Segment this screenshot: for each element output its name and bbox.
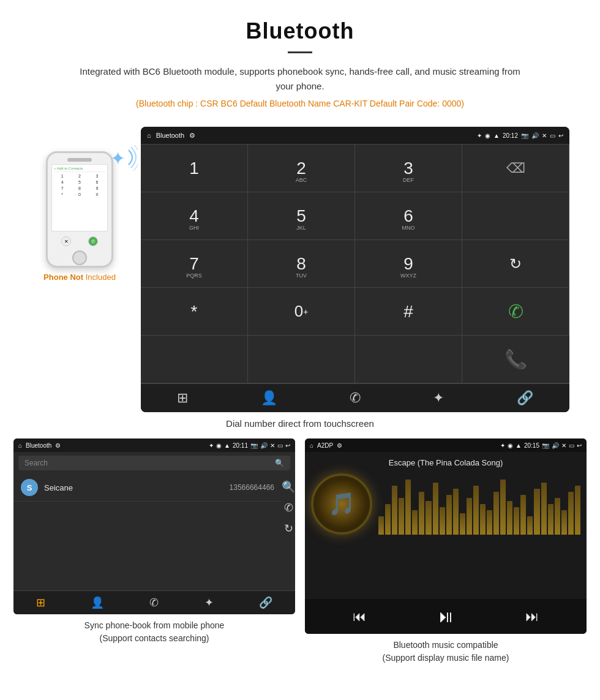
- eq-bar: [473, 486, 479, 535]
- pb-search-icon: 🔍: [275, 459, 284, 467]
- music-sig-icon: ▲: [516, 442, 522, 449]
- end-call-button[interactable]: 📞: [462, 336, 569, 383]
- time-display: 20:12: [503, 132, 518, 139]
- eq-bar: [507, 501, 512, 535]
- pb-bt-icon: ✦: [209, 442, 214, 449]
- music-scr-icon: ▭: [569, 442, 574, 449]
- page-header: Bluetooth Integrated with BC6 Bluetooth …: [0, 0, 600, 127]
- key-9[interactable]: 9WXYZ: [355, 240, 462, 288]
- nav-contacts-icon[interactable]: 👤: [261, 390, 277, 406]
- prev-button[interactable]: ⏮: [353, 609, 366, 625]
- pb-status-right: ✦ ◉ ▲ 20:11 📷 🔊 ✕ ▭ ↩: [209, 442, 290, 449]
- key-7[interactable]: 7PQRS: [141, 240, 248, 288]
- nav-recents-icon[interactable]: ✆: [350, 390, 361, 406]
- pb-nav-contacts[interactable]: 👤: [91, 596, 104, 609]
- phonebook-card: ⌂ Bluetooth ⚙ ✦ ◉ ▲ 20:11 📷 🔊 ✕ ▭ ↩: [13, 438, 295, 664]
- music-caption: Bluetooth music compatible (Support disp…: [383, 639, 509, 664]
- empty-cell-4: [355, 336, 462, 383]
- title-divider: [288, 51, 312, 53]
- status-icons: ✦ ◉ ▲ 20:12 📷 🔊 ✕ ▭ ↩: [477, 132, 563, 139]
- eq-bar: [487, 510, 492, 535]
- bluetooth-status-icon: ✦: [477, 132, 482, 139]
- pb-right-search-icon[interactable]: 🔍: [282, 476, 295, 497]
- backspace-key[interactable]: ⌫: [462, 145, 569, 192]
- home-icon: ⌂: [147, 132, 151, 139]
- music-note-icon: 🎵: [328, 491, 356, 517]
- key-8[interactable]: 8TUV: [248, 240, 355, 288]
- music-status-bar: ⌂ A2DP ⚙ ✦ ◉ ▲ 20:15 📷 🔊 ✕ ▭ ↩: [305, 438, 587, 452]
- pb-nav-link[interactable]: 🔗: [259, 596, 272, 609]
- eq-bar: [527, 516, 533, 535]
- pb-loc-icon: ◉: [216, 442, 222, 449]
- pb-back-icon: ↩: [285, 442, 290, 449]
- eq-bar: [446, 495, 452, 535]
- pb-right-icons: 🔍 ✆ ↻: [282, 474, 295, 541]
- music-x-icon: ✕: [561, 442, 566, 449]
- phone-container: + Add to Contacts 123 456 789 *0# ✕ ✆: [31, 127, 129, 282]
- eq-bar: [405, 480, 411, 535]
- pb-x-icon: ✕: [270, 442, 275, 449]
- pb-nav-bt[interactable]: ✦: [204, 596, 214, 609]
- eq-bar: [561, 510, 567, 535]
- play-pause-button[interactable]: ⏯: [437, 606, 454, 627]
- key-star[interactable]: *: [141, 288, 248, 336]
- music-label: A2DP: [317, 442, 333, 449]
- next-button[interactable]: ⏭: [525, 609, 539, 625]
- pb-bottom-nav: ⊞ 👤 ✆ ✦ 🔗: [13, 590, 295, 614]
- refresh-key[interactable]: ↻: [462, 240, 569, 288]
- eq-bar: [399, 498, 404, 535]
- pb-vol-icon: 🔊: [260, 442, 268, 449]
- pb-empty-space: [13, 541, 295, 590]
- pb-search-bar[interactable]: Search 🔍: [18, 456, 290, 470]
- close-icon: ✕: [542, 132, 547, 139]
- music-status-left: ⌂ A2DP ⚙: [310, 442, 342, 449]
- pb-search-placeholder: Search: [24, 459, 48, 467]
- pb-contact-name: Seicane: [44, 483, 230, 492]
- pb-contact-number: 13566664466: [230, 483, 274, 492]
- eq-bar: [426, 501, 431, 535]
- key-0[interactable]: 0+: [248, 288, 355, 336]
- dial-caption: Dial number direct from touchscreen: [0, 412, 600, 438]
- music-content: Escape (The Pina Colada Song) 🎵: [305, 452, 587, 599]
- key-3[interactable]: 3DEF: [355, 145, 462, 192]
- bottom-nav-dial: ⊞ 👤 ✆ ✦ 🔗: [141, 383, 569, 412]
- eq-bar: [412, 510, 418, 535]
- key-1[interactable]: 1: [141, 145, 248, 192]
- key-5[interactable]: 5JKL: [248, 192, 355, 240]
- pb-nav-dialpad[interactable]: ⊞: [36, 596, 45, 609]
- music-controls: ⏮ ⏯ ⏭: [305, 599, 587, 634]
- signal-icon: ▲: [493, 132, 500, 139]
- key-4[interactable]: 4GHI: [141, 192, 248, 240]
- call-button[interactable]: ✆: [462, 288, 569, 336]
- nav-settings-icon[interactable]: 🔗: [517, 390, 533, 406]
- nav-bluetooth-icon[interactable]: ✦: [433, 390, 444, 406]
- key-hash[interactable]: #: [355, 288, 462, 336]
- phone-speaker: [67, 158, 92, 162]
- key-2[interactable]: 2ABC: [248, 145, 355, 192]
- pb-sig-icon: ▲: [224, 442, 230, 449]
- pb-status-bar: ⌂ Bluetooth ⚙ ✦ ◉ ▲ 20:11 📷 🔊 ✕ ▭ ↩: [13, 438, 295, 452]
- specs-line: (Bluetooth chip : CSR BC6 Default Blueto…: [12, 99, 588, 108]
- music-screen: ⌂ A2DP ⚙ ✦ ◉ ▲ 20:15 📷 🔊 ✕ ▭ ↩ E: [305, 438, 587, 634]
- music-status-right: ✦ ◉ ▲ 20:15 📷 🔊 ✕ ▭ ↩: [500, 442, 582, 449]
- pb-right-refresh-icon[interactable]: ↻: [284, 518, 293, 539]
- key-6[interactable]: 6MNO: [355, 192, 462, 240]
- pb-nav-call[interactable]: ✆: [149, 596, 159, 609]
- phone-dial-grid: 123 456 789 *0#: [54, 173, 105, 197]
- pb-home-icon: ⌂: [18, 442, 22, 449]
- eq-bar: [440, 507, 445, 535]
- phone-bottom: ✕ ✆: [48, 234, 111, 249]
- page-title: Bluetooth: [12, 18, 588, 44]
- empty-cell-3: [248, 336, 355, 383]
- screen-icon: ▭: [550, 132, 555, 139]
- dialpad: 1 2ABC 3DEF ⌫ 4GHI 5JKL 6MNO 7PQRS 8TUV …: [141, 144, 569, 383]
- music-usb-icon: ⚙: [337, 442, 342, 449]
- pb-right-call-icon[interactable]: ✆: [284, 497, 293, 518]
- nav-dialpad-icon[interactable]: ⊞: [177, 390, 188, 406]
- phonebook-screen: ⌂ Bluetooth ⚙ ✦ ◉ ▲ 20:11 📷 🔊 ✕ ▭ ↩: [13, 438, 295, 614]
- camera-icon: 📷: [521, 132, 528, 139]
- eq-bar: [548, 504, 553, 535]
- phone-mockup: + Add to Contacts 123 456 789 *0# ✕ ✆: [46, 151, 113, 268]
- pb-label: Bluetooth: [26, 442, 51, 449]
- eq-bar: [541, 483, 547, 535]
